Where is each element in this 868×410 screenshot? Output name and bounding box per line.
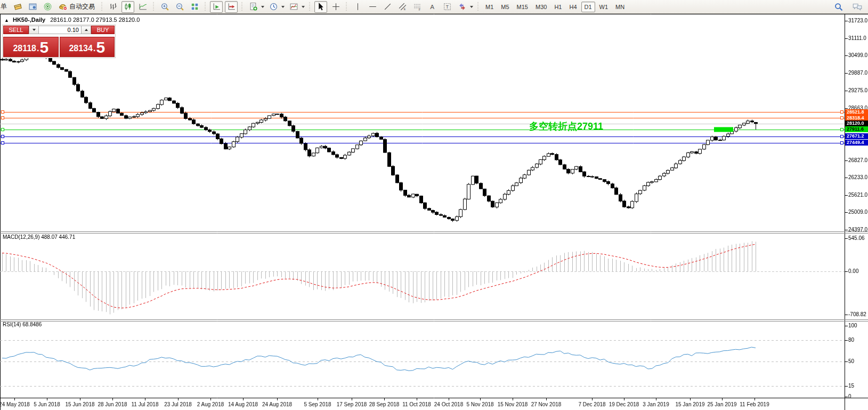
history-book-icon[interactable]: [11, 1, 24, 13]
timeframe-h4[interactable]: H4: [566, 2, 580, 12]
price-row: 28118.5 28134.5: [3, 37, 115, 57]
timeframe-m5[interactable]: M5: [498, 2, 512, 12]
toolbar-right: [834, 2, 863, 12]
indicators-add-icon[interactable]: [247, 1, 259, 13]
buy-price-frac: 5: [96, 39, 105, 55]
text-label-icon[interactable]: T: [441, 1, 453, 13]
timeframe-m30[interactable]: M30: [532, 2, 550, 12]
text-icon[interactable]: A: [426, 1, 439, 13]
timeframe-m1[interactable]: M1: [482, 2, 497, 12]
chevron-down-icon[interactable]: [281, 6, 285, 8]
horizontal-line-icon[interactable]: [366, 1, 379, 13]
lot-size-input[interactable]: [39, 26, 81, 34]
timeframe-d1[interactable]: D1: [581, 2, 595, 12]
mt4-window: 单 自动交易: [0, 0, 868, 410]
tile-windows-icon[interactable]: [188, 1, 201, 13]
toolbar: 单 自动交易: [0, 0, 868, 14]
lot-decrease-button[interactable]: [29, 26, 39, 34]
timeframe-m15[interactable]: M15: [514, 2, 531, 12]
svg-text:A: A: [430, 3, 434, 10]
trendline-icon[interactable]: [381, 1, 394, 13]
templates-icon[interactable]: [287, 1, 300, 13]
chart-shift-icon[interactable]: [225, 1, 238, 13]
autotrading-label: 自动交易: [69, 2, 95, 11]
pivot-annotation: 多空转折点27911: [529, 120, 603, 133]
periods-clock-icon[interactable]: [267, 1, 280, 13]
auto-scroll-icon[interactable]: [210, 1, 223, 13]
one-click-trading-panel: SELL BUY 28118.5 28134.5: [2, 25, 116, 58]
timeframe-w1[interactable]: W1: [596, 2, 612, 12]
sell-button[interactable]: SELL: [3, 26, 29, 34]
toolbar-grip[interactable]: [101, 2, 103, 12]
arrows-icon[interactable]: [456, 1, 468, 13]
candlestick-chart-icon[interactable]: [121, 1, 134, 13]
triangle-down-icon: [33, 29, 36, 31]
chart-canvas[interactable]: [0, 0, 868, 410]
timeframe-h1[interactable]: H1: [551, 2, 565, 12]
crosshair-icon[interactable]: [329, 1, 342, 13]
buy-price-dot: .: [93, 42, 95, 55]
toolbar-grip[interactable]: [345, 2, 348, 12]
cursor-icon[interactable]: [314, 1, 327, 13]
line-chart-icon[interactable]: [136, 1, 149, 13]
search-icon[interactable]: [834, 2, 843, 12]
chart-ohlc-title: ▲ HK50-,Daily 28161.0 28177.0 27913.5 28…: [4, 17, 140, 23]
timeframe-group: M1M5M15M30H1H4D1W1MN: [482, 2, 628, 12]
sell-price-frac: 5: [39, 39, 48, 55]
chevron-down-icon[interactable]: [302, 6, 305, 8]
fibonacci-icon[interactable]: F: [411, 1, 424, 13]
rsi-indicator-label: RSI(14) 68.8486: [3, 321, 42, 327]
signals-icon[interactable]: [41, 1, 54, 13]
toolbar-grip[interactable]: [477, 2, 480, 12]
svg-text:F: F: [418, 8, 420, 11]
sell-price-main: 28118: [13, 42, 36, 55]
sell-price-dot: .: [37, 42, 39, 55]
buy-price-box[interactable]: 28134.5: [60, 37, 115, 57]
chat-icon[interactable]: [852, 2, 863, 12]
equidistant-channel-icon[interactable]: E: [396, 1, 409, 13]
ohlc-values: 28161.0 28177.0 27913.5 28120.0: [50, 17, 140, 23]
autotrading-icon: [59, 2, 68, 11]
new-order-button[interactable]: 单: [1, 2, 7, 11]
timeframe-mn[interactable]: MN: [612, 2, 628, 12]
chevron-down-icon[interactable]: [261, 6, 264, 8]
lot-increase-button[interactable]: [81, 26, 91, 34]
chevron-down-icon[interactable]: [470, 6, 473, 8]
order-row: SELL BUY: [3, 26, 115, 34]
symbol-period-label: HK50-,Daily: [13, 17, 45, 23]
toolbar-grip[interactable]: [152, 2, 155, 12]
toolbar-grip[interactable]: [241, 2, 244, 12]
sell-price-box[interactable]: 28118.5: [3, 37, 59, 57]
svg-text:E: E: [403, 7, 405, 11]
svg-text:T: T: [445, 4, 448, 10]
navigator-icon[interactable]: [26, 1, 39, 13]
buy-price-main: 28134: [69, 42, 93, 55]
collapse-panel-arrow[interactable]: ▲: [4, 18, 9, 23]
toolbar-grip[interactable]: [309, 2, 311, 12]
bar-chart-icon[interactable]: [107, 1, 119, 13]
macd-indicator-label: MACD(12,26,9) 488.07 446.71: [3, 234, 75, 240]
toolbar-grip[interactable]: [204, 2, 207, 12]
buy-button[interactable]: BUY: [91, 26, 115, 34]
autotrading-button[interactable]: 自动交易: [56, 1, 98, 13]
zoom-out-icon[interactable]: [173, 1, 186, 13]
zoom-in-icon[interactable]: [158, 1, 171, 13]
vertical-line-icon[interactable]: [351, 1, 364, 13]
triangle-up-icon: [85, 29, 88, 31]
